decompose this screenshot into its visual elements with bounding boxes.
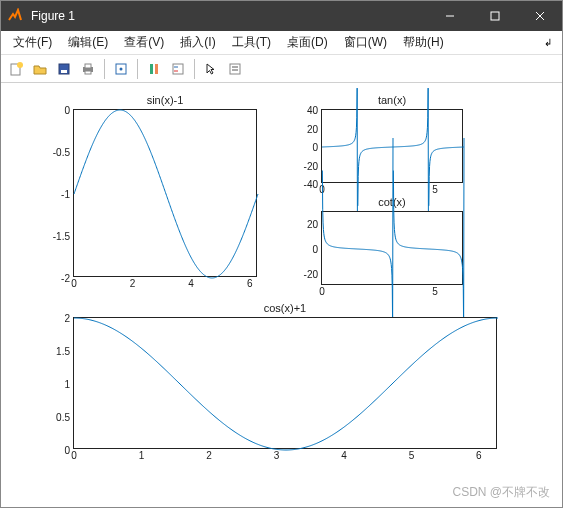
- menubar: 文件(F) 编辑(E) 查看(V) 插入(I) 工具(T) 桌面(D) 窗口(W…: [1, 31, 562, 55]
- xtick: 6: [476, 448, 482, 461]
- close-button[interactable]: [517, 1, 562, 31]
- toolbar-separator: [194, 59, 195, 79]
- figure-window: Figure 1 文件(F) 编辑(E) 查看(V) 插入(I) 工具(T) 桌…: [0, 0, 563, 508]
- xtick: 4: [188, 276, 194, 289]
- pointer-button[interactable]: [200, 58, 222, 80]
- svg-rect-18: [230, 64, 240, 74]
- plot-line: [74, 318, 496, 448]
- axes-cos[interactable]: cos(x)+100.511.520123456: [73, 317, 497, 449]
- menu-view[interactable]: 查看(V): [116, 32, 172, 53]
- plot-line: [322, 110, 462, 182]
- axes-sin[interactable]: sin(x)-1-2-1.5-1-0.500246: [73, 109, 257, 277]
- print-button[interactable]: [77, 58, 99, 80]
- xtick: 2: [130, 276, 136, 289]
- xtick: 0: [319, 284, 325, 297]
- xtick: 0: [71, 448, 77, 461]
- menu-help[interactable]: 帮助(H): [395, 32, 452, 53]
- axes-title: tan(x): [322, 94, 462, 106]
- ytick: -20: [304, 160, 322, 171]
- toolbar-separator: [104, 59, 105, 79]
- ytick: 1: [64, 379, 74, 390]
- axes-tan[interactable]: tan(x)-40-200204005: [321, 109, 463, 183]
- svg-point-5: [17, 62, 23, 68]
- ytick: 1.5: [56, 346, 74, 357]
- xtick: 1: [139, 448, 145, 461]
- xtick: 4: [341, 448, 347, 461]
- window-title: Figure 1: [31, 9, 427, 23]
- axes-cot[interactable]: cot(x)-2002005: [321, 211, 463, 285]
- titlebar[interactable]: Figure 1: [1, 1, 562, 31]
- menu-overflow-icon[interactable]: ↲: [538, 35, 558, 50]
- menu-file[interactable]: 文件(F): [5, 32, 60, 53]
- xtick: 0: [71, 276, 77, 289]
- axes-title: sin(x)-1: [74, 94, 256, 106]
- xtick: 5: [432, 284, 438, 297]
- matlab-logo-icon: [7, 8, 23, 24]
- menu-insert[interactable]: 插入(I): [172, 32, 223, 53]
- ytick: -20: [304, 268, 322, 279]
- ytick: -1.5: [53, 231, 74, 242]
- new-figure-button[interactable]: [5, 58, 27, 80]
- menu-window[interactable]: 窗口(W): [336, 32, 395, 53]
- ytick: -0.5: [53, 147, 74, 158]
- colorbar-button[interactable]: [143, 58, 165, 80]
- ytick: -1: [61, 189, 74, 200]
- watermark: CSDN @不牌不改: [452, 484, 550, 501]
- ytick: 0.5: [56, 412, 74, 423]
- edit-plot-button[interactable]: [224, 58, 246, 80]
- ytick: 40: [307, 105, 322, 116]
- svg-rect-14: [155, 64, 158, 74]
- datacursor-button[interactable]: [110, 58, 132, 80]
- maximize-button[interactable]: [472, 1, 517, 31]
- ytick: 20: [307, 123, 322, 134]
- open-button[interactable]: [29, 58, 51, 80]
- menu-tools[interactable]: 工具(T): [224, 32, 279, 53]
- ytick: 0: [64, 105, 74, 116]
- ytick: 2: [64, 313, 74, 324]
- menu-edit[interactable]: 编辑(E): [60, 32, 116, 53]
- svg-rect-7: [61, 70, 67, 73]
- xtick: 5: [409, 448, 415, 461]
- plot-line: [74, 110, 256, 276]
- toolbar: [1, 55, 562, 83]
- svg-rect-15: [173, 64, 183, 74]
- axes-title: cot(x): [322, 196, 462, 208]
- svg-rect-1: [491, 12, 499, 20]
- axes-title: cos(x)+1: [74, 302, 496, 314]
- xtick: 5: [432, 182, 438, 195]
- figure-canvas: CSDN @不牌不改 sin(x)-1-2-1.5-1-0.500246tan(…: [1, 83, 562, 507]
- svg-rect-13: [150, 64, 153, 74]
- minimize-button[interactable]: [427, 1, 472, 31]
- xtick: 6: [247, 276, 253, 289]
- plot-line: [322, 212, 462, 284]
- svg-point-12: [120, 67, 123, 70]
- svg-rect-10: [85, 71, 91, 74]
- xtick: 2: [206, 448, 212, 461]
- ytick: 0: [312, 244, 322, 255]
- toolbar-separator: [137, 59, 138, 79]
- legend-button[interactable]: [167, 58, 189, 80]
- svg-rect-9: [85, 64, 91, 68]
- save-button[interactable]: [53, 58, 75, 80]
- ytick: 0: [312, 142, 322, 153]
- menu-desktop[interactable]: 桌面(D): [279, 32, 336, 53]
- ytick: 20: [307, 219, 322, 230]
